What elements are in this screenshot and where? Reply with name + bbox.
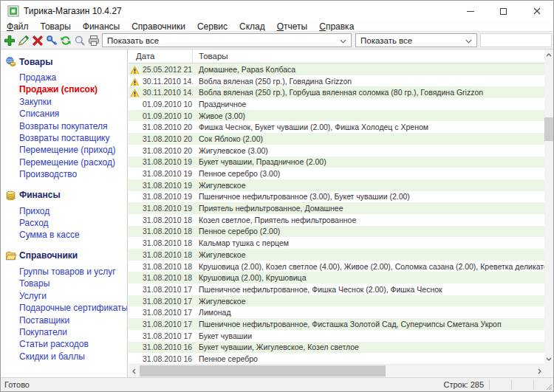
- table-row[interactable]: 31.08.2010 17...Пшеничное нефильтрованно…: [129, 318, 544, 330]
- cell-date: 31.08.2010 18...: [129, 238, 193, 247]
- quick-filter-input[interactable]: [480, 33, 552, 47]
- menu-item-Справочники[interactable]: Справочники: [126, 21, 191, 32]
- chevron-down-icon: [465, 36, 472, 45]
- sidebar-item-Поставщики[interactable]: Поставщики: [19, 314, 127, 326]
- cell-items: Жигулевское: [193, 181, 544, 190]
- menu-item-Склад[interactable]: Склад: [233, 21, 271, 32]
- menu-item-Сервис[interactable]: Сервис: [191, 21, 233, 32]
- table-row[interactable]: 01.09.2010 10...Праздничное: [129, 98, 544, 110]
- menu-item-Отчеты[interactable]: Отчеты: [271, 21, 314, 32]
- sidebar-item-Товары[interactable]: Товары: [19, 278, 127, 289]
- scroll-left-icon[interactable]: [129, 365, 139, 377]
- table-row[interactable]: 31.08.2010 18...Кальмар тушка с перцем: [129, 237, 544, 249]
- column-header-date[interactable]: Дата: [129, 49, 193, 63]
- cell-items: Козел светлое, Приятель нефильтрованное: [193, 216, 544, 224]
- table-row[interactable]: 31.08.2010 16...Пенное серебро: [129, 353, 544, 364]
- delete-button[interactable]: [30, 33, 44, 47]
- add-button[interactable]: [2, 33, 16, 47]
- table-row[interactable]: 31.08.2010 18...Козел светлое, Приятель …: [129, 214, 544, 226]
- sidebar-item-Перемещение (приход)[interactable]: Перемещение (приход): [19, 144, 127, 156]
- sidebar-item-Статьи расходов[interactable]: Статьи расходов: [19, 338, 127, 350]
- sidebar-item-Списания[interactable]: Списания: [19, 108, 127, 120]
- cell-items: Вобла вяленая (250 гр.), Горбуша вяленна…: [193, 88, 544, 97]
- vertical-scrollbar[interactable]: [544, 49, 553, 364]
- table-row[interactable]: 30.11.2010 14...Вобла вяленая (250 гр.),…: [129, 86, 544, 98]
- cell-date: 31.08.2010 18...: [129, 250, 193, 259]
- sidebar-item-Группы товаров и услуг[interactable]: Группы товаров и услуг: [19, 266, 127, 278]
- sidebar-item-Продажа[interactable]: Продажа: [19, 72, 127, 83]
- warning-icon: [130, 78, 140, 86]
- cell-date: 31.08.2010 18...: [129, 216, 193, 224]
- cell-date: 31.08.2010 17...: [129, 285, 193, 294]
- table-row[interactable]: 31.08.2010 19...Букет чувашии, Праздничн…: [129, 157, 544, 168]
- sidebar-item-Продажи (список)[interactable]: Продажи (список): [19, 83, 127, 95]
- table-row[interactable]: 31.08.2010 20...Сок Яблоко (2.00): [129, 133, 544, 145]
- sidebar-item-Скидки и баллы[interactable]: Скидки и баллы: [19, 351, 127, 362]
- main-area: ТоварыПродажаПродажи (список)ЗакупкиСпис…: [1, 49, 553, 377]
- print-button[interactable]: [86, 33, 100, 47]
- table-row[interactable]: 31.08.2010 20...Жигулевское (3.00): [129, 145, 544, 157]
- table-row[interactable]: 31.08.2010 20...Фишка Чеснок, Букет чува…: [129, 121, 544, 133]
- sidebar-item-Перемещение (расход)[interactable]: Перемещение (расход): [19, 157, 127, 168]
- table-row[interactable]: 31.08.2010 18...Крушовица (2.00), Козел …: [129, 261, 544, 272]
- minimize-button[interactable]: [454, 1, 487, 21]
- vertical-scroll-thumb[interactable]: [544, 117, 553, 141]
- menu-item-Товары[interactable]: Товары: [35, 21, 77, 32]
- column-header-items[interactable]: Товары: [193, 52, 228, 61]
- statusbar-separator: [489, 380, 490, 390]
- sidebar-item-Возвраты поставщику[interactable]: Возвраты поставщику: [19, 132, 127, 144]
- cell-items: Праздничное: [193, 100, 544, 109]
- menu-item-Файл[interactable]: Файл: [1, 21, 35, 32]
- cell-date: 31.08.2010 17...: [129, 308, 193, 317]
- table-row[interactable]: 31.08.2010 18...Крушовица (2.00), Крушов…: [129, 272, 544, 283]
- cell-date: 31.08.2010 17...: [129, 297, 193, 306]
- refresh-button[interactable]: [58, 33, 72, 47]
- table-row[interactable]: 25.05.2012 21...Домашнее, Papas Колбаса: [129, 63, 544, 75]
- cell-date: 31.08.2010 16...: [129, 343, 193, 351]
- refresh-icon: [60, 35, 72, 47]
- table-row[interactable]: 31.08.2010 17...Лимонад: [129, 306, 544, 318]
- coins-icon: [5, 190, 16, 201]
- table-row[interactable]: 31.08.2010 17...Жигулевское: [129, 295, 544, 307]
- sidebar: ТоварыПродажаПродажи (список)ЗакупкиСпис…: [1, 49, 128, 377]
- scroll-up-icon[interactable]: [544, 49, 553, 60]
- table-row[interactable]: 01.09.2010 10...Живое (3.00): [129, 110, 544, 122]
- table-row[interactable]: 31.08.2010 18...Жигулевское: [129, 249, 544, 261]
- filter-primary-combobox[interactable]: Показать все: [102, 33, 352, 47]
- sidebar-item-Покупатели[interactable]: Покупатели: [19, 326, 127, 338]
- table-row[interactable]: 31.08.2010 16...Букет чувашии, Жигулевск…: [129, 342, 544, 354]
- table-row[interactable]: 31.08.2010 17...Пшеничное нефильтрованно…: [129, 283, 544, 295]
- horizontal-scroll-thumb[interactable]: [140, 365, 386, 376]
- sidebar-item-Услуги[interactable]: Услуги: [19, 290, 127, 302]
- close-button[interactable]: [520, 1, 553, 21]
- sidebar-item-Сумма в кассе[interactable]: Сумма в кассе: [19, 229, 127, 241]
- table-row[interactable]: 31.08.2010 18...Пенное серебро (2.00): [129, 226, 544, 238]
- cell-items: Пенное серебро (3.00): [193, 169, 544, 178]
- table-row[interactable]: 31.08.2010 17...Букет чувашии: [129, 330, 544, 342]
- sidebar-item-Расход[interactable]: Расход: [19, 217, 127, 229]
- scroll-down-icon[interactable]: [544, 354, 553, 364]
- menu-item-Финансы[interactable]: Финансы: [77, 21, 126, 32]
- sidebar-item-Приход[interactable]: Приход: [19, 205, 127, 217]
- table-row[interactable]: 31.08.2010 19...Пшеничное нефильтрованно…: [129, 191, 544, 203]
- maximize-button[interactable]: [487, 1, 520, 21]
- edit-button[interactable]: [16, 33, 30, 47]
- table-row[interactable]: 30.11.2010 14...Вобла вяленая (250 гр.),…: [129, 75, 544, 87]
- scroll-right-icon[interactable]: [534, 365, 544, 377]
- horizontal-scrollbar[interactable]: [129, 364, 544, 377]
- sidebar-item-Подарочные сертификаты[interactable]: Подарочные сертификаты: [19, 302, 127, 314]
- key-button[interactable]: [44, 33, 58, 47]
- table-row[interactable]: 31.08.2010 19...Жигулевское: [129, 179, 544, 191]
- search-button[interactable]: [72, 33, 86, 47]
- statusbar-separator: [511, 380, 512, 390]
- sidebar-item-Закупки[interactable]: Закупки: [19, 96, 127, 108]
- globe-coins-icon: [5, 56, 16, 67]
- filter-secondary-combobox[interactable]: Показать все: [355, 33, 477, 47]
- sidebar-item-Возвраты покупателя[interactable]: Возвраты покупателя: [19, 120, 127, 132]
- table-row[interactable]: 31.08.2010 19...Пенное серебро (3.00): [129, 168, 544, 179]
- sidebar-item-Производство[interactable]: Производство: [19, 168, 127, 180]
- menu-item-Справка[interactable]: Справка: [313, 21, 360, 32]
- resize-grip-icon[interactable]: [545, 383, 553, 391]
- table-row[interactable]: 31.08.2010 19...Приятель нефильтрованное…: [129, 202, 544, 214]
- window-controls: [454, 1, 553, 21]
